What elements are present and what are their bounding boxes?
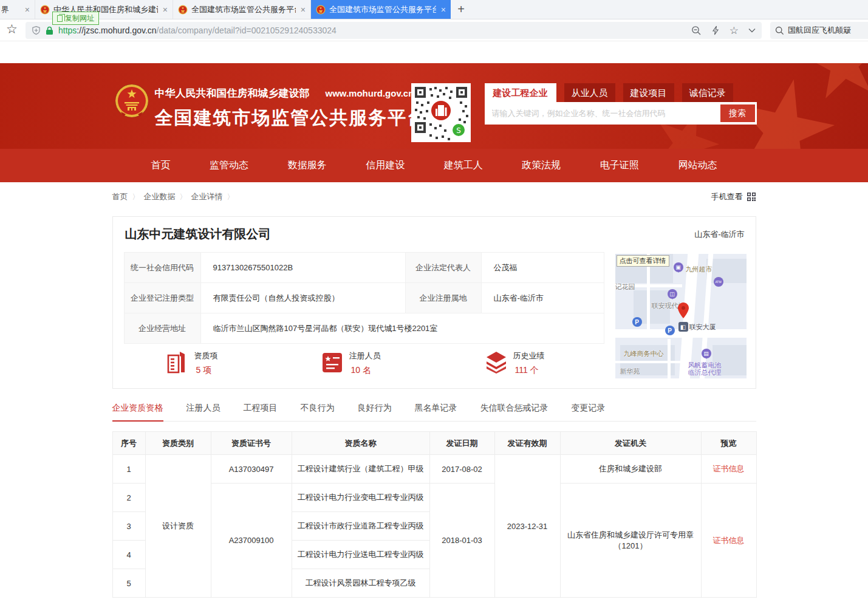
favorite-star-icon[interactable]: ☆ — [730, 24, 739, 37]
layers-icon — [485, 350, 507, 374]
tab-blacklist[interactable]: 黑名单记录 — [415, 403, 457, 421]
nav-e-license[interactable]: 电子证照 — [600, 159, 639, 172]
mobile-view-button[interactable]: 手机查看 — [711, 191, 756, 202]
browser-tab-2[interactable]: 全国建筑市场监管公共服务平台 × — [173, 0, 311, 19]
crumb-company-data[interactable]: 企业数据 — [144, 191, 176, 202]
map-atm-pin: ATM — [714, 277, 723, 287]
detail-tabs-row: 企业资质资格 注册人员 工程项目 不良行为 良好行为 黑名单记录 失信联合惩戒记… — [0, 403, 868, 422]
cell-seq: 5 — [112, 569, 145, 598]
tab-close-icon[interactable]: × — [163, 5, 168, 14]
cell-qual-name: 工程设计建筑行业（建筑工程）甲级 — [292, 455, 429, 484]
info-label: 企业登记注册类型 — [124, 283, 200, 313]
map-road — [615, 361, 688, 363]
url-field[interactable]: https://jzsc.mohurd.gov.cn/data/company/… — [26, 22, 762, 39]
map-poi-pin: ▤ — [702, 349, 711, 358]
cell-category: 设计资质 — [145, 455, 211, 598]
hot-search-box[interactable]: 国航回应飞机颠簸 — [770, 22, 868, 39]
tab-dishonesty-records[interactable]: 失信联合惩戒记录 — [480, 403, 548, 421]
company-info-table: 统一社会信用代码 91371302675501022B 企业法定代表人 公茂福 … — [124, 252, 604, 344]
col-seq: 序号 — [112, 432, 145, 455]
search-tab-enterprise[interactable]: 建设工程企业 — [485, 83, 556, 102]
cell-authority: 山东省住房和城乡建设厅许可专用章（1201） — [560, 484, 701, 598]
table-header-row: 序号 资质类别 资质证书号 资质名称 发证日期 发证有效期 发证机关 预览 — [112, 432, 756, 455]
stat-label: 历史业绩 — [513, 350, 545, 361]
certificate-info-link[interactable]: 证书信息 — [713, 536, 745, 545]
tab-change-records[interactable]: 变更记录 — [572, 403, 606, 421]
stat-value: 10 名 — [349, 365, 381, 376]
stat-qualifications: 资质项 5 项 — [166, 350, 218, 376]
shield-permission-icon[interactable] — [32, 26, 41, 35]
browser-tab-0[interactable]: 界 × — [0, 0, 35, 19]
map-parking-pin: P — [665, 326, 675, 335]
cell-issue-date: 2018-01-03 — [429, 484, 494, 598]
svg-text:S: S — [456, 126, 461, 135]
col-valid-until: 发证有效期 — [494, 432, 560, 455]
keyword-search-input[interactable] — [485, 102, 717, 125]
flash-reader-icon[interactable] — [711, 26, 720, 35]
col-authority: 发证机关 — [560, 432, 701, 455]
bookmark-star-icon[interactable]: ☆ — [6, 22, 18, 36]
tab-close-icon[interactable]: × — [441, 5, 446, 14]
map-road — [668, 339, 671, 378]
search-input-wrap: 搜索 — [485, 102, 757, 125]
tab-qualifications[interactable]: 企业资质资格 — [112, 403, 163, 422]
chevron-down-icon[interactable] — [748, 28, 756, 33]
browser-address-bar: ☆ https://jzsc.mohurd.gov.cn/data/compan… — [0, 19, 868, 41]
browser-window: 界 × 中华人民共和国住房和城乡建设 × 全国建筑市场监管公共服务平台 × 全国… — [0, 0, 868, 605]
map-label: 九峰商务中心 — [624, 349, 664, 358]
secure-lock-icon — [46, 26, 53, 35]
col-qual-name: 资质名称 — [292, 432, 429, 455]
nav-home[interactable]: 首页 — [151, 159, 171, 172]
map-parking-pin: P — [632, 317, 642, 327]
certificate-info-link[interactable]: 证书信息 — [713, 464, 745, 473]
nav-credit[interactable]: 信用建设 — [366, 159, 405, 172]
stat-registered-personnel: 注册人员 10 名 — [321, 350, 381, 376]
copy-url-tooltip: 复制网址 — [52, 12, 99, 25]
cell-authority: 住房和城乡建设部 — [560, 455, 701, 484]
company-location-map[interactable]: 点击可查看详情 ▣ 九州超市 ATM 记花园 ◫ 联安现代城 ◧ 联安大厦 P … — [615, 254, 747, 378]
platform-qr-code: S — [411, 83, 471, 142]
zoom-out-icon[interactable] — [691, 26, 702, 36]
nav-supervision[interactable]: 监管动态 — [210, 159, 248, 172]
tab-close-icon[interactable]: × — [301, 5, 306, 14]
decor-star — [799, 63, 868, 108]
search-tab-project[interactable]: 建设项目 — [623, 83, 674, 102]
cell-qual-name: 工程设计电力行业变电工程专业丙级 — [292, 484, 429, 512]
tab-registered-personnel[interactable]: 注册人员 — [186, 403, 220, 421]
hot-search-text: 国航回应飞机颠簸 — [788, 25, 851, 36]
qr-code-icon — [747, 192, 756, 202]
search-button[interactable]: 搜索 — [720, 104, 755, 122]
nav-policy[interactable]: 政策法规 — [522, 159, 561, 172]
copy-icon — [57, 15, 63, 22]
nav-site-news[interactable]: 网站动态 — [678, 159, 717, 172]
browser-tab-active[interactable]: 全国建筑市场监管公共服务平台 × — [311, 0, 451, 19]
certificate-badge-icon — [321, 350, 343, 374]
stat-label: 注册人员 — [349, 350, 381, 361]
tab-close-icon[interactable]: × — [25, 5, 30, 14]
tab-good-behavior[interactable]: 良好行为 — [358, 403, 392, 421]
new-tab-button[interactable]: + — [451, 0, 471, 19]
map-label: 九州超市 — [686, 265, 713, 274]
map-label: 临沂总代理 — [688, 368, 722, 377]
tab-projects[interactable]: 工程项目 — [244, 403, 278, 421]
col-cert-no: 资质证书号 — [211, 432, 292, 455]
map-label: 联安大厦 — [689, 323, 716, 332]
info-label: 企业法定代表人 — [405, 253, 481, 283]
stat-value: 5 项 — [194, 365, 218, 376]
table-row: 1 设计资质 A137030497 工程设计建筑行业（建筑工程）甲级 2017-… — [112, 455, 756, 484]
search-tab-personnel[interactable]: 从业人员 — [564, 83, 615, 102]
address-bar-actions: ☆ — [691, 24, 756, 37]
company-summary-section: 山东中元建筑设计有限公司 山东省-临沂市 统一社会信用代码 9137130267… — [0, 216, 868, 389]
map-poi-pin: ▣ — [674, 262, 683, 272]
info-label: 企业经营地址 — [124, 313, 200, 344]
search-tab-credit[interactable]: 诚信记录 — [682, 83, 733, 102]
tab-bad-behavior[interactable]: 不良行为 — [301, 403, 335, 421]
qualification-table: 序号 资质类别 资质证书号 资质名称 发证日期 发证有效期 发证机关 预览 1 … — [112, 431, 757, 598]
nav-data-service[interactable]: 数据服务 — [288, 159, 327, 172]
nav-workers[interactable]: 建筑工人 — [444, 159, 483, 172]
cell-cert-no: A237009100 — [211, 484, 292, 598]
stat-past-performance: 历史业绩 111 个 — [485, 350, 545, 376]
crumb-home[interactable]: 首页 — [112, 191, 128, 202]
crumb-company-detail[interactable]: 企业详情 — [191, 191, 223, 202]
cell-seq: 2 — [112, 484, 145, 512]
